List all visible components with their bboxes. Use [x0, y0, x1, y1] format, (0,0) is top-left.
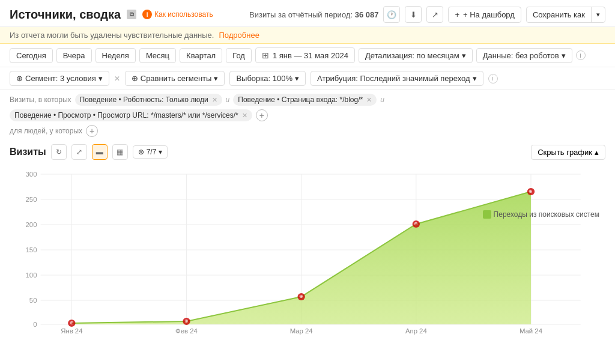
- svg-text:Фев 24: Фев 24: [175, 327, 198, 335]
- refresh-icon-btn[interactable]: ↻: [51, 144, 67, 160]
- svg-text:250: 250: [26, 196, 37, 203]
- chart-section: Визиты ↻ ⤢ ▬ ▦ ⊛ 7/7 ▾ Скрыть график ▴: [0, 141, 615, 336]
- period-yesterday[interactable]: Вчера: [56, 48, 92, 63]
- top-bar-left: Источники, сводка ⧉ i Как использовать: [10, 8, 213, 22]
- hide-chart-button[interactable]: Скрыть график ▴: [531, 145, 605, 160]
- period-range-picker[interactable]: ⊞ 1 янв — 31 мая 2024: [255, 47, 355, 63]
- period-today[interactable]: Сегодня: [10, 48, 53, 63]
- line-chart-icon-btn[interactable]: ▬: [92, 144, 108, 160]
- condition-tag-1[interactable]: Поведение • Роботность: Только люди ✕: [75, 94, 222, 106]
- attr-info-icon[interactable]: i: [488, 74, 498, 83]
- svg-text:⊕: ⊕: [529, 189, 533, 194]
- top-bar: Источники, сводка ⧉ i Как использовать В…: [0, 0, 615, 27]
- svg-text:0: 0: [33, 321, 37, 328]
- svg-text:150: 150: [26, 246, 37, 253]
- period-week[interactable]: Неделя: [95, 48, 136, 63]
- save-main[interactable]: Сохранить как: [527, 7, 592, 22]
- add-condition-button[interactable]: +: [256, 109, 268, 121]
- visits-condition-label: Визиты, в которых: [10, 96, 71, 104]
- filter-bar: ⊛ Сегмент: 3 условия ▾ ✕ ⊕ Сравнить сегм…: [0, 67, 615, 90]
- metrics-select[interactable]: ⊛ 7/7 ▾: [133, 145, 168, 159]
- remove-condition-2[interactable]: ✕: [366, 96, 372, 104]
- svg-text:⊕: ⊕: [299, 294, 303, 299]
- bar-chart-icon-btn[interactable]: ▦: [112, 144, 128, 160]
- period-info-icon[interactable]: i: [576, 50, 586, 60]
- remove-condition-3[interactable]: ✕: [242, 112, 247, 120]
- info-circle-icon: i: [142, 10, 152, 19]
- how-to-use-link[interactable]: i Как использовать: [142, 10, 213, 19]
- download-icon-btn[interactable]: ⬇: [405, 6, 422, 23]
- top-bar-right: Визиты за отчётный период: 36 087 🕐 ⬇ ↗ …: [249, 6, 605, 23]
- warning-bar: Из отчета могли быть удалены чувствитель…: [0, 27, 615, 44]
- save-dropdown-arrow[interactable]: ▾: [592, 8, 605, 22]
- metrics-icon: ⊛: [138, 148, 144, 156]
- svg-text:⊕: ⊕: [414, 221, 418, 226]
- sample-button[interactable]: Выборка: 100% ▾: [229, 71, 306, 86]
- share-icon-btn[interactable]: ↗: [426, 6, 443, 23]
- svg-text:Янв 24: Янв 24: [61, 327, 82, 335]
- svg-text:Апр 24: Апр 24: [405, 327, 427, 335]
- svg-text:100: 100: [26, 271, 37, 279]
- expand-icon-btn[interactable]: ⤢: [71, 144, 87, 160]
- period-bar: Сегодня Вчера Неделя Месяц Квартал Год ⊞…: [0, 44, 615, 67]
- chevron-down-icon: ▾: [214, 74, 218, 83]
- chevron-down-icon: ▾: [295, 74, 299, 83]
- and-label-2: и: [380, 96, 384, 104]
- visits-label: Визиты за отчётный период: 36 087: [249, 10, 378, 19]
- segment-icon: ⊛: [16, 74, 23, 83]
- svg-text:300: 300: [26, 171, 37, 178]
- save-as-button[interactable]: Сохранить как ▾: [526, 7, 605, 23]
- legend-color-box: [483, 210, 491, 219]
- condition-tag-3[interactable]: Поведение • Просмотр • Просмотр URL: */m…: [10, 109, 252, 121]
- add-people-condition-button[interactable]: +: [86, 125, 98, 137]
- period-quarter[interactable]: Квартал: [180, 48, 222, 63]
- page-title: Источники, сводка: [10, 8, 121, 22]
- chart-header: Визиты ↻ ⤢ ▬ ▦ ⊛ 7/7 ▾ Скрыть график ▴: [10, 144, 605, 160]
- and-label-1: и: [226, 96, 230, 104]
- legend-label: Переходы из поисковых систем: [494, 210, 599, 219]
- attribution-button[interactable]: Атрибуция: Последний значимый переход ▾: [311, 71, 483, 86]
- period-year[interactable]: Год: [226, 48, 252, 63]
- chevron-down-icon: ▾: [462, 51, 466, 60]
- chevron-down-icon: ▾: [473, 74, 477, 83]
- svg-text:⊕: ⊕: [184, 318, 189, 324]
- chevron-down-icon: ▾: [98, 74, 103, 83]
- compare-icon: ⊕: [132, 74, 138, 83]
- data-robots-select[interactable]: Данные: без роботов ▾: [476, 48, 572, 63]
- period-month[interactable]: Месяц: [139, 48, 176, 63]
- chart-area: 300 250 200 150 100 50 0 Янв 24: [10, 162, 605, 336]
- compare-segments-button[interactable]: ⊕ Сравнить сегменты ▾: [125, 71, 225, 86]
- chart-title-area: Визиты ↻ ⤢ ▬ ▦ ⊛ 7/7 ▾: [10, 144, 168, 160]
- remove-condition-1[interactable]: ✕: [212, 96, 217, 104]
- detail-select[interactable]: Детализация: по месяцам ▾: [359, 48, 473, 63]
- svg-text:Мар 24: Мар 24: [290, 327, 313, 335]
- segment-clear-button[interactable]: ✕: [114, 74, 120, 83]
- chart-svg: 300 250 200 150 100 50 0 Янв 24: [10, 162, 605, 336]
- people-label: для людей, у которых: [10, 127, 82, 135]
- chevron-down-icon: ▾: [562, 51, 566, 60]
- condition-tag-2[interactable]: Поведение • Страница входа: */blog/* ✕: [233, 94, 377, 106]
- segment-button[interactable]: ⊛ Сегмент: 3 условия ▾: [10, 71, 109, 86]
- calendar-icon: ⊞: [262, 50, 269, 60]
- clock-icon-btn[interactable]: 🕐: [383, 6, 400, 23]
- svg-text:⊕: ⊕: [70, 320, 74, 326]
- svg-text:Май 24: Май 24: [520, 327, 542, 335]
- people-bar: для людей, у которых +: [0, 124, 615, 141]
- condition-bar: Визиты, в которых Поведение • Роботность…: [0, 90, 615, 124]
- svg-text:50: 50: [29, 297, 37, 304]
- chevron-down-icon: ▾: [159, 148, 162, 156]
- plus-icon: +: [455, 10, 459, 19]
- add-to-dashboard-button[interactable]: + + На дашборд: [448, 7, 521, 23]
- chart-legend: Переходы из поисковых систем: [483, 210, 599, 219]
- warning-link[interactable]: Подробнее: [219, 31, 259, 40]
- copy-icon[interactable]: ⧉: [127, 10, 136, 19]
- chevron-up-icon: ▴: [595, 148, 599, 157]
- chart-title: Визиты: [10, 147, 46, 157]
- warning-text: Из отчета могли быть удалены чувствитель…: [10, 31, 214, 40]
- svg-text:200: 200: [26, 221, 37, 228]
